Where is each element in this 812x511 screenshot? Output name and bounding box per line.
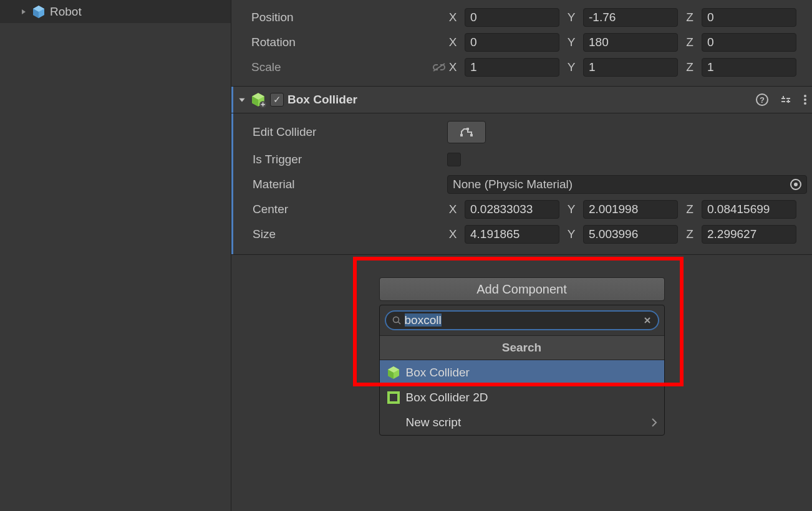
cube-3d-icon [386, 365, 401, 380]
axis-x-label: X [447, 227, 458, 241]
is-trigger-label: Is Trigger [236, 153, 447, 166]
preset-icon[interactable] [780, 93, 792, 106]
axis-x-label: X [447, 203, 458, 216]
axis-y-label: Y [566, 36, 577, 49]
axis-y-label: Y [566, 60, 577, 74]
modified-indicator [231, 113, 233, 254]
foldout-icon[interactable] [20, 8, 27, 16]
hierarchy-item-label: Robot [50, 5, 82, 19]
add-component-popup: boxcoll Search Box Collider Box Collider… [379, 305, 665, 436]
box-collider-header[interactable]: ✓ Box Collider ? [231, 86, 812, 113]
rotation-row: Rotation X Y Z [236, 30, 807, 55]
add-component-button[interactable]: Add Component [379, 277, 665, 301]
position-y-input[interactable] [583, 8, 678, 27]
svg-rect-14 [466, 128, 469, 130]
cube-icon [31, 4, 46, 19]
help-icon[interactable]: ? [756, 93, 768, 106]
svg-point-10 [804, 95, 806, 97]
popup-item-label: New script [406, 416, 462, 429]
component-search-input[interactable]: boxcoll [385, 310, 659, 330]
axis-z-label: Z [684, 203, 695, 216]
center-label: Center [236, 203, 447, 216]
modified-indicator [231, 87, 233, 113]
box-collider-body: Edit Collider Is Trigger Material None (… [231, 113, 812, 254]
axis-y-label: Y [566, 11, 577, 24]
hierarchy-panel: Robot [0, 0, 231, 511]
axis-y-label: Y [566, 203, 577, 216]
axis-y-label: Y [566, 227, 577, 241]
popup-search-row: boxcoll [380, 305, 664, 335]
axis-z-label: Z [684, 11, 695, 24]
box-collider-icon [250, 92, 266, 108]
svg-point-11 [804, 98, 806, 101]
axis-x-label: X [447, 36, 458, 49]
component-title: Box Collider [288, 93, 756, 107]
add-component-area: Add Component boxcoll Search [231, 254, 812, 511]
inspector-panel: Position X Y Z Rotation X Y Z [231, 0, 812, 511]
search-input-value: boxcoll [405, 313, 639, 327]
edit-collider-label: Edit Collider [236, 125, 447, 139]
svg-line-17 [398, 322, 400, 325]
center-z-input[interactable] [702, 200, 796, 219]
material-value: None (Physic Material) [453, 178, 573, 191]
popup-item-label: Box Collider [406, 366, 470, 380]
hierarchy-item-robot[interactable]: Robot [0, 0, 231, 23]
svg-rect-5 [786, 98, 790, 99]
material-label: Material [236, 178, 447, 191]
rotation-y-input[interactable] [583, 33, 678, 52]
edit-collider-button[interactable] [447, 121, 486, 143]
transform-section: Position X Y Z Rotation X Y Z [231, 0, 812, 86]
scale-label: Scale [251, 60, 431, 74]
scale-z-input[interactable] [702, 58, 796, 77]
popup-result-new-script[interactable]: New script [380, 410, 664, 435]
rotation-z-input[interactable] [702, 33, 796, 52]
axis-z-label: Z [684, 227, 695, 241]
search-icon [392, 316, 401, 325]
popup-result-box-collider[interactable]: Box Collider [380, 360, 664, 385]
constrain-proportions-icon[interactable] [431, 62, 447, 72]
rotation-label: Rotation [236, 36, 447, 49]
position-z-input[interactable] [702, 8, 796, 27]
position-x-input[interactable] [465, 8, 559, 27]
svg-rect-13 [460, 134, 463, 136]
scale-row: Scale X Y Z [236, 55, 807, 80]
size-y-input[interactable] [583, 225, 678, 244]
size-z-input[interactable] [702, 225, 796, 244]
center-y-input[interactable] [583, 200, 678, 219]
center-x-input[interactable] [465, 200, 559, 219]
axis-z-label: Z [684, 60, 695, 74]
size-x-input[interactable] [465, 225, 559, 244]
object-picker-icon[interactable] [790, 179, 801, 190]
svg-rect-8 [783, 96, 784, 99]
scale-y-input[interactable] [583, 58, 678, 77]
popup-item-label: Box Collider 2D [406, 391, 488, 404]
position-row: Position X Y Z [236, 5, 807, 30]
svg-rect-15 [470, 134, 473, 136]
popup-search-header: Search [380, 335, 664, 360]
popup-result-box-collider-2d[interactable]: Box Collider 2D [380, 385, 664, 410]
svg-rect-6 [781, 101, 785, 102]
axis-x-label: X [447, 11, 458, 24]
kebab-menu-icon[interactable] [803, 93, 807, 106]
material-field[interactable]: None (Physic Material) [447, 175, 807, 194]
rotation-x-input[interactable] [465, 33, 559, 52]
svg-point-12 [804, 102, 806, 105]
square-2d-icon [386, 390, 401, 405]
foldout-icon[interactable] [236, 95, 248, 104]
scale-x-input[interactable] [465, 58, 559, 77]
clear-search-icon[interactable] [643, 316, 652, 325]
component-enabled-checkbox[interactable]: ✓ [270, 93, 284, 107]
svg-rect-20 [389, 393, 399, 403]
svg-rect-9 [788, 100, 789, 103]
size-label: Size [236, 227, 447, 241]
is-trigger-checkbox[interactable] [447, 153, 461, 166]
svg-text:?: ? [760, 95, 765, 105]
axis-x-label: X [447, 60, 458, 74]
position-label: Position [236, 11, 447, 24]
add-component-label: Add Component [476, 282, 567, 297]
svg-point-16 [393, 317, 399, 323]
chevron-right-icon [650, 418, 658, 427]
axis-z-label: Z [684, 36, 695, 49]
